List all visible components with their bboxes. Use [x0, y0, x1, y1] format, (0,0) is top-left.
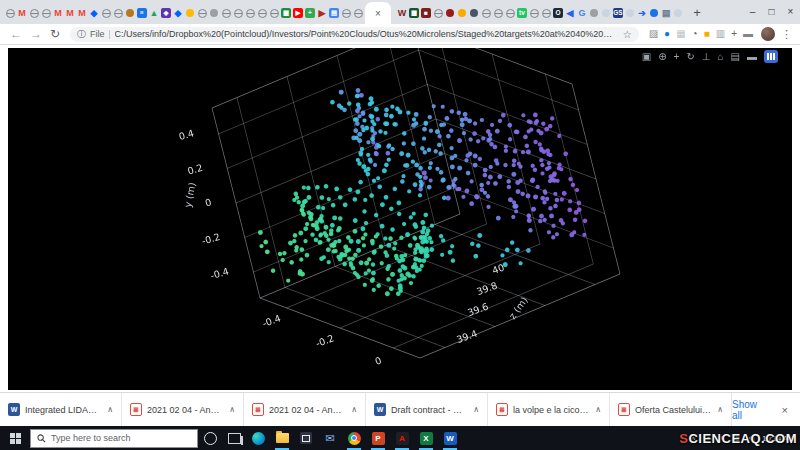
- download-dropdown-icon[interactable]: ∧: [717, 405, 723, 414]
- 3d-scatter-canvas[interactable]: [8, 48, 792, 390]
- tab-close-icon[interactable]: ×: [375, 8, 381, 19]
- minimize-button[interactable]: –: [743, 0, 762, 22]
- modebar-zoom-3d-icon[interactable]: ⊕: [658, 52, 666, 62]
- pinned-tab[interactable]: [588, 2, 600, 24]
- taskbar-app-store[interactable]: [294, 426, 318, 450]
- start-button[interactable]: [0, 426, 30, 450]
- back-icon[interactable]: ←: [10, 28, 22, 40]
- active-tab[interactable]: ×: [365, 2, 391, 24]
- pinned-tab[interactable]: [124, 2, 136, 24]
- pinned-tab[interactable]: [352, 2, 364, 24]
- modebar-pan-3d-icon[interactable]: +: [674, 52, 680, 62]
- pinned-tab[interactable]: [648, 2, 660, 24]
- pinned-tab[interactable]: [184, 2, 196, 24]
- taskbar-app-excel[interactable]: X: [414, 426, 438, 450]
- close-button[interactable]: ×: [781, 0, 800, 22]
- extension-icon[interactable]: +: [731, 29, 737, 39]
- download-dropdown-icon[interactable]: ∧: [595, 405, 601, 414]
- modebar-reset-camera-last-save-icon[interactable]: ▤: [731, 52, 740, 62]
- downloads-bar-close-icon[interactable]: ×: [782, 404, 788, 416]
- pinned-tab[interactable]: [492, 2, 504, 24]
- download-dropdown-icon[interactable]: ∧: [229, 405, 235, 414]
- pinned-tab[interactable]: ◀: [564, 2, 576, 24]
- download-item[interactable]: WIntegrated LIDAR....docx∧: [0, 393, 122, 426]
- download-item[interactable]: ≣2021 02 04 - Anex....pdf∧: [244, 393, 366, 426]
- pinned-tab[interactable]: [444, 2, 456, 24]
- pinned-tab[interactable]: O: [552, 2, 564, 24]
- pinned-tab[interactable]: ▦: [408, 2, 420, 24]
- pinned-tab[interactable]: [232, 2, 244, 24]
- modebar-orbital-rotation-icon[interactable]: ↻: [686, 52, 694, 62]
- pinned-tab[interactable]: GS: [612, 2, 624, 24]
- pinned-tab[interactable]: W: [396, 2, 408, 24]
- pinned-tab[interactable]: [480, 2, 492, 24]
- taskbar-app-cortana[interactable]: [198, 426, 222, 450]
- pinned-tab[interactable]: [256, 2, 268, 24]
- extension-icon[interactable]: ◔: [692, 29, 698, 39]
- download-dropdown-icon[interactable]: ∧: [351, 405, 357, 414]
- url-text[interactable]: C:/Users/info/Dropbox%20(Pointcloud)/Inv…: [115, 29, 618, 39]
- pinned-tab[interactable]: ▶: [292, 2, 304, 24]
- modebar-toggle-hover-closest-icon[interactable]: ▬: [747, 52, 757, 62]
- pinned-tab[interactable]: [456, 2, 468, 24]
- pinned-tab[interactable]: [100, 2, 112, 24]
- pinned-tab[interactable]: M: [16, 2, 28, 24]
- pinned-tab[interactable]: [468, 2, 480, 24]
- taskbar-app-task-view[interactable]: [222, 426, 246, 450]
- extension-icon[interactable]: ●: [664, 29, 670, 39]
- show-all-downloads-link[interactable]: Show all: [732, 399, 764, 421]
- pinned-tab[interactable]: ▶: [316, 2, 328, 24]
- pinned-tab[interactable]: ■: [420, 2, 432, 24]
- pinned-tab[interactable]: [672, 2, 684, 24]
- pinned-tab[interactable]: M: [64, 2, 76, 24]
- extension-icon[interactable]: ▦: [676, 29, 685, 39]
- pinned-tab[interactable]: [244, 2, 256, 24]
- pinned-tab[interactable]: [4, 2, 16, 24]
- extension-icon[interactable]: ▬: [743, 29, 753, 39]
- pinned-tab[interactable]: ◆: [172, 2, 184, 24]
- pinned-tab[interactable]: [340, 2, 352, 24]
- pinned-tab[interactable]: ▦: [280, 2, 292, 24]
- pinned-tab[interactable]: M: [76, 2, 88, 24]
- pinned-tab[interactable]: ≡: [136, 2, 148, 24]
- modebar-camera-snapshot-icon[interactable]: ▣: [642, 52, 651, 62]
- pinned-tab[interactable]: [268, 2, 280, 24]
- profile-avatar[interactable]: [761, 27, 775, 41]
- pinned-tab[interactable]: [528, 2, 540, 24]
- modebar-turntable-rotation-icon[interactable]: ⊥: [702, 52, 711, 62]
- pinned-tab[interactable]: [40, 2, 52, 24]
- modebar-reset-camera-default-icon[interactable]: ⌂: [718, 52, 724, 62]
- forward-icon[interactable]: →: [30, 28, 42, 40]
- pinned-tab[interactable]: +: [304, 2, 316, 24]
- download-item[interactable]: ≣la volpe e la cicog....pdf∧: [488, 393, 610, 426]
- download-item[interactable]: ≣Oferta Castelului 2....pdf∧: [610, 393, 732, 426]
- bookmark-star-icon[interactable]: ☆: [623, 29, 632, 40]
- pinned-tab[interactable]: ◆: [88, 2, 100, 24]
- pinned-tab[interactable]: [196, 2, 208, 24]
- taskbar-app-file-explorer[interactable]: [270, 426, 294, 450]
- download-dropdown-icon[interactable]: ∧: [107, 405, 113, 414]
- extension-icon[interactable]: ▥: [716, 29, 725, 39]
- pinned-tab[interactable]: ▲: [148, 2, 160, 24]
- taskbar-app-chrome[interactable]: [342, 426, 366, 450]
- download-dropdown-icon[interactable]: ∧: [473, 405, 479, 414]
- extension-icon[interactable]: ■: [704, 29, 710, 39]
- pinned-tab[interactable]: [208, 2, 220, 24]
- pinned-tab[interactable]: ➔: [636, 2, 648, 24]
- pinned-tab[interactable]: M: [52, 2, 64, 24]
- pinned-tab[interactable]: G: [576, 2, 588, 24]
- plotly-logo-icon[interactable]: [764, 50, 778, 63]
- page-info-icon[interactable]: ⓘ: [77, 28, 86, 41]
- pinned-tab[interactable]: [432, 2, 444, 24]
- maximize-button[interactable]: □: [762, 0, 781, 22]
- taskbar-app-mail[interactable]: ✉: [318, 426, 342, 450]
- pinned-tab[interactable]: tv: [516, 2, 528, 24]
- taskbar-app-word[interactable]: W: [438, 426, 462, 450]
- browser-menu-icon[interactable]: ⋮: [781, 28, 792, 41]
- pinned-tab[interactable]: [220, 2, 232, 24]
- download-item[interactable]: WDraft contract - C....docx∧: [366, 393, 488, 426]
- reload-icon[interactable]: ↻: [50, 28, 60, 40]
- pinned-tab[interactable]: [624, 2, 636, 24]
- new-tab-button[interactable]: +: [688, 4, 706, 22]
- pinned-tab[interactable]: [600, 2, 612, 24]
